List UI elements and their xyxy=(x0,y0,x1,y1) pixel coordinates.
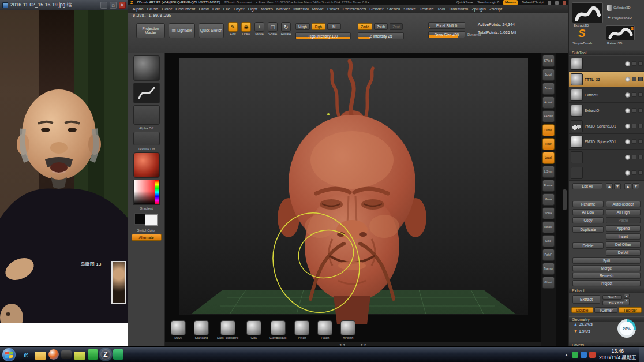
draw-size-slider[interactable]: Draw Size 409 xyxy=(428,31,465,38)
internet-explorer-icon[interactable]: e xyxy=(20,349,32,360)
tcenter-button[interactable]: TCenter xyxy=(594,307,617,313)
menu-item[interactable]: Tool xyxy=(436,6,447,12)
menu-item[interactable]: Edit xyxy=(211,6,221,12)
quick-sketch-button[interactable]: Quick Sketch xyxy=(199,23,224,38)
zbrush-titlebar[interactable]: Z ZBrush 4R7 P3 (x64)[FGLQ-RFKF-QBLI-WZT… xyxy=(128,0,568,5)
move-up-icon[interactable]: ▲ xyxy=(606,183,613,189)
right-shelf-button[interactable]: Scroll xyxy=(542,69,555,81)
visibility-eye-icon[interactable] xyxy=(625,61,630,66)
focal-shift-slider[interactable]: Focal Shift 0 xyxy=(428,22,465,29)
right-shelf-button[interactable]: Local xyxy=(542,152,555,164)
quicksave-button[interactable]: QuickSave xyxy=(456,0,473,5)
sculpt-mode-button[interactable]: Zsub xyxy=(374,23,388,30)
menu-item[interactable]: Light xyxy=(246,6,259,12)
paste-button[interactable]: Paste xyxy=(606,217,641,223)
subtool-paint-icon[interactable] xyxy=(632,155,636,159)
menu-item[interactable]: Document xyxy=(174,6,197,12)
paint-mode-button[interactable]: M xyxy=(327,23,341,30)
duplicate-button[interactable]: Duplicate xyxy=(572,226,604,233)
menu-item[interactable]: Stroke xyxy=(402,6,418,12)
subtool-paint-icon[interactable] xyxy=(632,92,636,97)
tray-antivirus-icon[interactable] xyxy=(572,352,578,358)
show-desktop-button[interactable] xyxy=(639,347,644,362)
brush-button[interactable]: Move xyxy=(171,320,186,339)
tool-cylinder3d[interactable]: Cylinder3D xyxy=(607,5,631,11)
mode-button[interactable]: ✎ Edit xyxy=(227,22,238,36)
canvas-scrollbar[interactable]: ◄◄ ►► xyxy=(165,342,541,346)
subtool-mask-icon[interactable] xyxy=(638,77,643,81)
subtool-paint-icon[interactable] xyxy=(632,139,636,144)
menu-item[interactable]: Alpha xyxy=(131,6,145,12)
autoreorder-button[interactable]: AutoReorder xyxy=(606,201,641,207)
cpu-usage-gauge[interactable]: 28% xyxy=(617,319,636,338)
subtool-header[interactable]: SubTool xyxy=(569,50,644,55)
subtool-item[interactable] xyxy=(569,150,644,165)
all-high-button[interactable]: All High xyxy=(606,209,641,215)
rename-button[interactable]: Rename xyxy=(572,201,604,207)
see-through-slider[interactable]: See-through 0 xyxy=(477,0,499,5)
brush-button[interactable]: Patch xyxy=(317,320,332,339)
visibility-eye-icon[interactable] xyxy=(625,170,630,176)
default-zscript-button[interactable]: DefaultZScript xyxy=(522,0,544,5)
hidden-icons-arrow[interactable]: ▲ xyxy=(563,352,570,358)
brush-button[interactable]: ClayBuildup xyxy=(269,320,286,339)
rgb-intensity-slider[interactable]: Rgb Intensity 100 xyxy=(295,32,351,39)
photo-window-titlebar[interactable]: 2016-11-02_15-16-19.jpg 缩... – □ ✕ xyxy=(0,0,128,10)
subtool-mask-icon[interactable] xyxy=(638,139,643,144)
right-shelf-button[interactable]: SPix 8 xyxy=(542,55,555,67)
brush-button[interactable]: Pinch xyxy=(294,320,309,339)
tborder-button[interactable]: TBorder xyxy=(619,307,642,313)
subtool-item[interactable]: TTTL_32 xyxy=(569,72,644,87)
right-shelf-button[interactable]: AAHalf xyxy=(542,110,555,122)
menu-item[interactable]: Brush xyxy=(145,6,160,12)
double-button[interactable]: Double xyxy=(571,307,593,313)
subtool-paint-icon[interactable] xyxy=(632,77,636,81)
smt-slider[interactable]: Smt 5 xyxy=(602,295,622,300)
menu-item[interactable]: Material xyxy=(292,6,310,12)
insert-button[interactable]: Insert xyxy=(606,233,641,240)
menu-item[interactable]: Stencil xyxy=(385,6,402,12)
subtool-item[interactable]: Extract2 xyxy=(569,87,644,103)
brush-button[interactable]: Standard xyxy=(194,320,209,339)
subtool-item[interactable] xyxy=(569,56,644,72)
window-minimize-icon[interactable] xyxy=(548,1,551,5)
green-app-icon[interactable] xyxy=(88,349,98,360)
visibility-eye-icon[interactable] xyxy=(625,108,630,113)
mode-button[interactable]: + Move xyxy=(254,22,265,36)
material-thumbnail[interactable] xyxy=(133,152,160,178)
layers-header[interactable]: Layers xyxy=(569,342,644,346)
extract-button[interactable]: Extract xyxy=(572,295,600,304)
taskbar-clock[interactable]: 13:46 2016/11/4 星期五 xyxy=(599,348,636,361)
gradient-caption[interactable]: Gradient xyxy=(140,207,153,210)
right-shelf-button[interactable]: PolyF xyxy=(542,249,555,261)
extract-section-header[interactable]: Extract xyxy=(569,288,644,293)
mode-button[interactable]: ◉ Draw xyxy=(241,22,252,36)
visibility-eye-icon[interactable] xyxy=(625,139,630,144)
document-canvas[interactable] xyxy=(165,53,541,346)
visibility-eye-icon[interactable] xyxy=(625,92,630,98)
delete-button[interactable]: Delete xyxy=(572,242,604,249)
all-low-button[interactable]: All Low xyxy=(572,209,604,215)
menu-item[interactable]: File xyxy=(222,6,231,12)
menus-toggle[interactable]: Menus xyxy=(503,0,518,5)
mode-button[interactable]: ▢ Scale xyxy=(267,22,278,36)
menu-item[interactable]: Draw xyxy=(197,6,211,12)
remesh-button[interactable]: Remesh xyxy=(572,273,641,279)
navigator-thumbnail[interactable] xyxy=(111,261,126,304)
brush-button[interactable]: Dam_Standard xyxy=(217,320,238,339)
folder-green-icon[interactable] xyxy=(74,352,85,360)
secondary-color-swatch[interactable] xyxy=(145,214,158,226)
z-intensity-slider[interactable]: Z Intensity 25 xyxy=(358,32,404,39)
del-other-button[interactable]: Del Other xyxy=(606,241,641,248)
menu-item[interactable]: Macro xyxy=(259,6,274,12)
subtool-mask-icon[interactable] xyxy=(638,92,643,97)
menu-item[interactable]: Layer xyxy=(232,6,246,12)
menu-item[interactable]: Picker xyxy=(325,6,340,12)
menu-item[interactable]: Movie xyxy=(310,6,325,12)
menu-item[interactable]: Zplugin xyxy=(470,6,488,12)
alternate-button[interactable]: Alternate xyxy=(132,234,162,241)
zbrush-icon[interactable]: Z xyxy=(100,349,111,360)
texture-thumbnail[interactable] xyxy=(133,132,160,145)
sculpt-mode-button[interactable]: Zcut xyxy=(390,23,403,30)
scroll-right-icon[interactable]: ►► xyxy=(361,343,368,346)
